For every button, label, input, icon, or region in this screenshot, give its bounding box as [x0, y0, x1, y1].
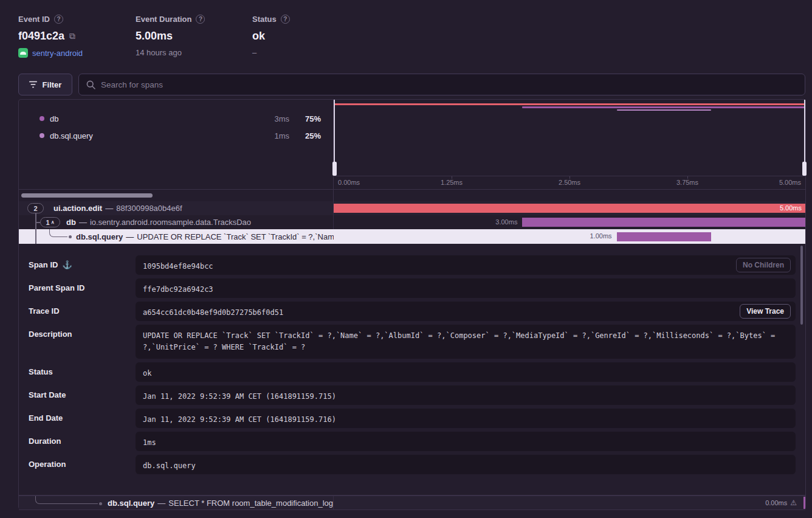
parent-span-id-value: ffe7dbc92a6942c3 [136, 278, 796, 298]
span-desc: 88f300998a0b4e6f [116, 204, 182, 213]
span-bar-zero-duration[interactable] [803, 497, 805, 509]
span-row-db[interactable]: 1∧ db — io.sentry.android.roomsample.dat… [19, 215, 805, 229]
description-value: UPDATE OR REPLACE `Track` SET `TrackId` … [136, 325, 796, 359]
span-search [78, 74, 805, 95]
span-desc: io.sentry.android.roomsample.data.Tracks… [90, 218, 251, 227]
event-id-label-text: Event ID [18, 15, 50, 24]
search-input[interactable] [101, 80, 797, 89]
span-op: db [66, 218, 76, 227]
op-color-dot [40, 116, 44, 121]
end-date-value: Jan 11, 2022 9:52:39 AM CET (1641891159.… [136, 409, 796, 428]
op-percent: 25% [289, 131, 321, 140]
span-duration-label: 0.00ms [765, 499, 787, 506]
op-name: db.sql.query [50, 131, 260, 140]
help-icon[interactable]: ? [196, 15, 205, 24]
span-bar-db-sql-query[interactable] [617, 232, 711, 241]
minimap-span-db [522, 106, 805, 108]
help-icon[interactable]: ? [54, 15, 63, 24]
detail-row-trace-id: Trace ID a654cc61dc0b48ef9d0b27275b6f0d5… [19, 302, 805, 321]
help-icon[interactable]: ? [281, 15, 290, 24]
filter-button-label: Filter [43, 80, 62, 89]
start-date-value: Jan 11, 2022 9:52:39 AM CET (1641891159.… [136, 385, 796, 405]
span-tree-dot [99, 502, 102, 505]
span-detail-page: Event ID ? f0491c2a ⧉ sentry-android Eve… [0, 0, 812, 518]
filter-button[interactable]: Filter [18, 74, 72, 95]
event-id-block: Event ID ? f0491c2a ⧉ sentry-android [18, 15, 83, 58]
span-row-db-sql-query-selected[interactable]: db.sql.query — UPDATE OR REPLACE `Track`… [19, 229, 805, 244]
span-desc: UPDATE OR REPLACE `Track` SET `TrackId` … [137, 232, 334, 241]
axis-tick: 0.00ms [338, 179, 360, 186]
detail-row-description: Description UPDATE OR REPLACE `Track` SE… [19, 325, 805, 359]
trace-id-value: a654cc61dc0b48ef9d0b27275b6f0d51 View Tr… [136, 302, 796, 321]
tree-scrollbar-thumb[interactable] [21, 193, 153, 198]
event-duration-label: Event Duration [136, 15, 191, 24]
view-trace-button[interactable]: View Trace [740, 304, 791, 319]
operation-value: db.sql.query [136, 455, 796, 474]
trace-minimap[interactable] [334, 100, 805, 176]
span-row-db-sql-query-select[interactable]: db.sql.query — SELECT * FROM room_table_… [19, 496, 805, 510]
op-duration: 1ms [260, 131, 289, 140]
span-op: db.sql.query [108, 499, 154, 508]
detail-row-start-date: Start Date Jan 11, 2022 9:52:39 AM CET (… [19, 385, 805, 405]
trace-panel: db 3ms 75% db.sql.query 1ms 25% [18, 99, 806, 509]
span-children-badge[interactable]: 2 [27, 203, 44, 213]
span-details: Span ID ⚓ 1095bd4ef8e94bcc No Children P… [19, 244, 805, 496]
tree-scrollbar-track[interactable] [19, 189, 334, 201]
android-project-icon [18, 48, 28, 58]
operations-breakdown: db 3ms 75% db.sql.query 1ms 25% [19, 100, 334, 189]
detail-row-end-date: End Date Jan 11, 2022 9:52:39 AM CET (16… [19, 409, 805, 428]
span-children-badge-collapse[interactable]: 1∧ [40, 217, 60, 227]
span-bar-db[interactable] [522, 218, 805, 227]
detail-row-span-id: Span ID ⚓ 1095bd4ef8e94bcc No Children [19, 255, 805, 275]
minimap-right-grip[interactable] [802, 162, 807, 176]
span-op: db.sql.query [76, 232, 123, 241]
span-id-value: 1095bd4ef8e94bcc No Children [136, 255, 796, 275]
duration-value: 1ms [136, 432, 796, 451]
span-duration-label: 1.00ms [590, 232, 612, 240]
op-name: db [50, 114, 260, 123]
copy-icon[interactable]: ⧉ [69, 31, 75, 41]
event-age: 14 hours ago [136, 48, 182, 57]
minimap-span-ui-action-edit [334, 103, 805, 105]
op-percent: 75% [289, 114, 321, 123]
axis-tick: 1.25ms [441, 179, 463, 186]
detail-row-status: Status ok [19, 362, 805, 382]
chevron-up-icon: ∧ [51, 219, 55, 225]
span-bar-ui-action-edit[interactable] [334, 204, 805, 213]
span-duration-label: 3.00ms [495, 218, 517, 226]
minimap-span-db-sql-query [617, 109, 711, 111]
detail-row-parent-span-id: Parent Span ID ffe7dbc92a6942c3 [19, 278, 805, 298]
scrollbar-spacer [334, 189, 805, 201]
legend-row-db[interactable]: db 3ms 75% [19, 112, 333, 125]
event-id-label: Event ID ? [18, 15, 83, 24]
no-children-button[interactable]: No Children [736, 258, 791, 272]
op-duration: 3ms [260, 114, 289, 123]
event-id-value: f0491c2a [18, 30, 64, 43]
detail-row-operation: Operation db.sql.query [19, 455, 805, 474]
details-scrollbar-thumb[interactable] [800, 246, 803, 325]
span-op: ui.action.edit [53, 204, 102, 213]
axis-tick: 5.00ms [779, 179, 801, 186]
span-row-ui-action-edit[interactable]: 2 ui.action.edit — 88f300998a0b4e6f 5.00… [19, 201, 805, 215]
warning-icon: ⚠ [790, 499, 797, 507]
span-tree-dot [69, 235, 72, 238]
op-color-dot [40, 133, 44, 138]
legend-row-db-sql-query[interactable]: db.sql.query 1ms 25% [19, 129, 333, 142]
axis-tick: 2.50ms [559, 179, 580, 186]
detail-row-duration: Duration 1ms [19, 432, 805, 451]
axis-tick: 3.75ms [676, 179, 698, 186]
status-block: Status ? ok – [252, 15, 290, 57]
minimap-left-grip[interactable] [332, 162, 337, 176]
status-trend: – [252, 48, 256, 57]
event-duration-block: Event Duration ? 5.00ms 14 hours ago [136, 15, 205, 57]
time-axis: 0.00ms 1.25ms 2.50ms 3.75ms 5.00ms [334, 176, 805, 189]
project-link[interactable]: sentry-android [32, 49, 83, 58]
span-desc: SELECT * FROM room_table_modification_lo… [168, 499, 334, 508]
event-duration-value: 5.00ms [136, 30, 173, 43]
search-icon [86, 80, 95, 89]
filter-icon [29, 81, 38, 88]
status-detail-value: ok [136, 362, 796, 382]
status-label: Status [252, 15, 277, 24]
anchor-icon[interactable]: ⚓ [62, 260, 72, 269]
status-value: ok [252, 30, 265, 43]
